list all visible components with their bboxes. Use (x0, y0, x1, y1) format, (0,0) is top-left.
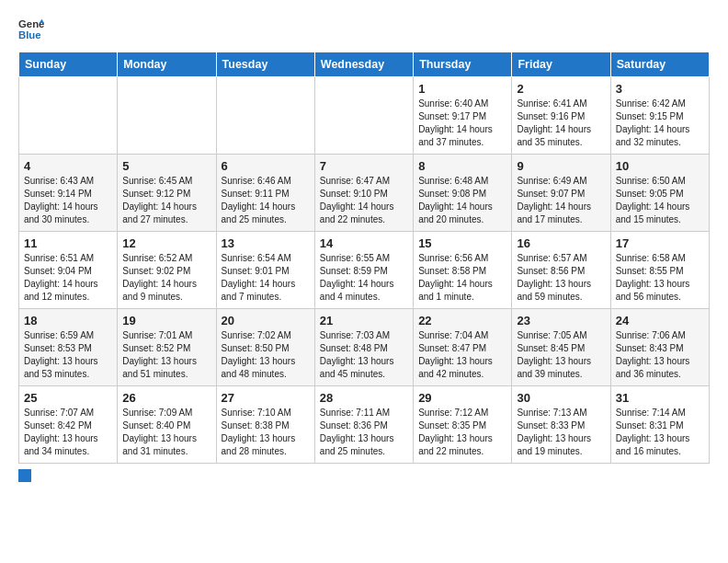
day-number: 29 (418, 391, 506, 405)
calendar-cell: 4Sunrise: 6:43 AM Sunset: 9:14 PM Daylig… (19, 155, 118, 232)
day-number: 23 (517, 314, 605, 327)
calendar-cell: 18Sunrise: 6:59 AM Sunset: 8:53 PM Dayli… (19, 309, 118, 386)
week-row-2: 4Sunrise: 6:43 AM Sunset: 9:14 PM Daylig… (19, 155, 710, 232)
day-number: 11 (24, 236, 112, 250)
calendar-cell: 29Sunrise: 7:12 AM Sunset: 8:35 PM Dayli… (414, 386, 512, 464)
day-number: 20 (222, 314, 310, 327)
calendar-table: SundayMondayTuesdayWednesdayThursdayFrid… (18, 52, 710, 464)
weekday-header-wednesday: Wednesday (314, 52, 413, 77)
calendar-cell: 14Sunrise: 6:55 AM Sunset: 8:59 PM Dayli… (314, 232, 413, 309)
calendar-cell: 10Sunrise: 6:50 AM Sunset: 9:05 PM Dayli… (610, 155, 709, 232)
day-number: 4 (24, 159, 112, 173)
calendar-cell: 21Sunrise: 7:03 AM Sunset: 8:48 PM Dayli… (314, 309, 413, 386)
svg-text:General: General (18, 18, 44, 29)
calendar-cell: 9Sunrise: 6:49 AM Sunset: 9:07 PM Daylig… (512, 155, 610, 232)
day-number: 7 (320, 159, 408, 173)
day-info: Sunrise: 6:41 AM Sunset: 9:16 PM Dayligh… (517, 98, 605, 149)
day-info: Sunrise: 7:05 AM Sunset: 8:45 PM Dayligh… (517, 329, 605, 381)
legend-color-box (18, 469, 31, 482)
day-number: 12 (122, 236, 210, 250)
day-info: Sunrise: 7:07 AM Sunset: 8:42 PM Dayligh… (24, 407, 112, 458)
weekday-header-saturday: Saturday (610, 52, 709, 77)
day-number: 13 (222, 236, 310, 250)
weekday-header-sunday: Sunday (19, 52, 118, 77)
day-number: 6 (222, 159, 310, 173)
day-number: 1 (418, 82, 506, 96)
calendar-cell: 27Sunrise: 7:10 AM Sunset: 8:38 PM Dayli… (216, 386, 314, 464)
day-info: Sunrise: 6:51 AM Sunset: 9:04 PM Dayligh… (24, 252, 112, 304)
day-info: Sunrise: 7:10 AM Sunset: 8:38 PM Dayligh… (222, 407, 310, 458)
day-info: Sunrise: 6:42 AM Sunset: 9:15 PM Dayligh… (616, 98, 704, 149)
calendar-cell: 6Sunrise: 6:46 AM Sunset: 9:11 PM Daylig… (216, 155, 314, 232)
day-info: Sunrise: 7:01 AM Sunset: 8:52 PM Dayligh… (122, 329, 210, 381)
day-number: 15 (418, 236, 506, 250)
calendar-cell: 30Sunrise: 7:13 AM Sunset: 8:33 PM Dayli… (512, 386, 610, 464)
calendar-cell: 5Sunrise: 6:45 AM Sunset: 9:12 PM Daylig… (118, 155, 216, 232)
day-info: Sunrise: 7:11 AM Sunset: 8:36 PM Dayligh… (320, 407, 408, 458)
calendar-cell: 24Sunrise: 7:06 AM Sunset: 8:43 PM Dayli… (610, 309, 709, 386)
calendar-cell: 20Sunrise: 7:02 AM Sunset: 8:50 PM Dayli… (216, 309, 314, 386)
calendar-cell: 31Sunrise: 7:14 AM Sunset: 8:31 PM Dayli… (610, 386, 709, 464)
day-number: 24 (616, 314, 704, 327)
day-number: 27 (222, 391, 310, 405)
calendar-cell (314, 77, 413, 155)
day-number: 8 (418, 159, 506, 173)
day-number: 2 (517, 82, 605, 96)
day-info: Sunrise: 7:14 AM Sunset: 8:31 PM Dayligh… (616, 407, 704, 458)
calendar-cell: 2Sunrise: 6:41 AM Sunset: 9:16 PM Daylig… (512, 77, 610, 155)
calendar-cell: 13Sunrise: 6:54 AM Sunset: 9:01 PM Dayli… (216, 232, 314, 309)
day-number: 16 (517, 236, 605, 250)
calendar-cell (216, 77, 314, 155)
day-number: 9 (517, 159, 605, 173)
day-info: Sunrise: 6:57 AM Sunset: 8:56 PM Dayligh… (517, 252, 605, 304)
calendar-cell: 17Sunrise: 6:58 AM Sunset: 8:55 PM Dayli… (610, 232, 709, 309)
calendar-cell: 15Sunrise: 6:56 AM Sunset: 8:58 PM Dayli… (414, 232, 512, 309)
day-info: Sunrise: 6:49 AM Sunset: 9:07 PM Dayligh… (517, 175, 605, 226)
day-number: 14 (320, 236, 408, 250)
day-number: 19 (122, 314, 210, 327)
calendar-cell: 28Sunrise: 7:11 AM Sunset: 8:36 PM Dayli… (314, 386, 413, 464)
day-info: Sunrise: 6:56 AM Sunset: 8:58 PM Dayligh… (418, 252, 506, 304)
page: General Blue SundayMondayTuesdayWednesda… (0, 0, 728, 491)
day-info: Sunrise: 7:12 AM Sunset: 8:35 PM Dayligh… (418, 407, 506, 458)
logo-icon: General Blue (18, 17, 44, 42)
svg-text:Blue: Blue (18, 29, 41, 40)
day-info: Sunrise: 6:46 AM Sunset: 9:11 PM Dayligh… (222, 175, 310, 226)
day-number: 30 (517, 391, 605, 405)
day-info: Sunrise: 7:04 AM Sunset: 8:47 PM Dayligh… (418, 329, 506, 381)
week-row-1: 1Sunrise: 6:40 AM Sunset: 9:17 PM Daylig… (19, 77, 710, 155)
day-number: 26 (122, 391, 210, 405)
day-info: Sunrise: 6:54 AM Sunset: 9:01 PM Dayligh… (222, 252, 310, 304)
calendar-cell: 8Sunrise: 6:48 AM Sunset: 9:08 PM Daylig… (414, 155, 512, 232)
calendar-cell: 12Sunrise: 6:52 AM Sunset: 9:02 PM Dayli… (118, 232, 216, 309)
legend (18, 469, 710, 482)
day-info: Sunrise: 7:13 AM Sunset: 8:33 PM Dayligh… (517, 407, 605, 458)
calendar-cell (19, 77, 118, 155)
week-row-5: 25Sunrise: 7:07 AM Sunset: 8:42 PM Dayli… (19, 386, 710, 464)
calendar-cell: 22Sunrise: 7:04 AM Sunset: 8:47 PM Dayli… (414, 309, 512, 386)
weekday-header-thursday: Thursday (414, 52, 512, 77)
calendar-cell: 23Sunrise: 7:05 AM Sunset: 8:45 PM Dayli… (512, 309, 610, 386)
day-number: 17 (616, 236, 704, 250)
week-row-3: 11Sunrise: 6:51 AM Sunset: 9:04 PM Dayli… (19, 232, 710, 309)
calendar-cell: 19Sunrise: 7:01 AM Sunset: 8:52 PM Dayli… (118, 309, 216, 386)
day-info: Sunrise: 6:40 AM Sunset: 9:17 PM Dayligh… (418, 98, 506, 149)
day-number: 22 (418, 314, 506, 327)
weekday-header-tuesday: Tuesday (216, 52, 314, 77)
calendar-cell (118, 77, 216, 155)
day-info: Sunrise: 6:58 AM Sunset: 8:55 PM Dayligh… (616, 252, 704, 304)
day-info: Sunrise: 6:43 AM Sunset: 9:14 PM Dayligh… (24, 175, 112, 226)
day-info: Sunrise: 7:02 AM Sunset: 8:50 PM Dayligh… (222, 329, 310, 381)
calendar-cell: 1Sunrise: 6:40 AM Sunset: 9:17 PM Daylig… (414, 77, 512, 155)
day-info: Sunrise: 6:59 AM Sunset: 8:53 PM Dayligh… (24, 329, 112, 381)
day-number: 18 (24, 314, 112, 327)
day-info: Sunrise: 7:09 AM Sunset: 8:40 PM Dayligh… (122, 407, 210, 458)
day-number: 3 (616, 82, 704, 96)
day-info: Sunrise: 6:52 AM Sunset: 9:02 PM Dayligh… (122, 252, 210, 304)
day-info: Sunrise: 6:55 AM Sunset: 8:59 PM Dayligh… (320, 252, 408, 304)
weekday-header-friday: Friday (512, 52, 610, 77)
day-number: 10 (616, 159, 704, 173)
logo: General Blue (18, 17, 44, 42)
header: General Blue (18, 17, 710, 42)
day-number: 28 (320, 391, 408, 405)
